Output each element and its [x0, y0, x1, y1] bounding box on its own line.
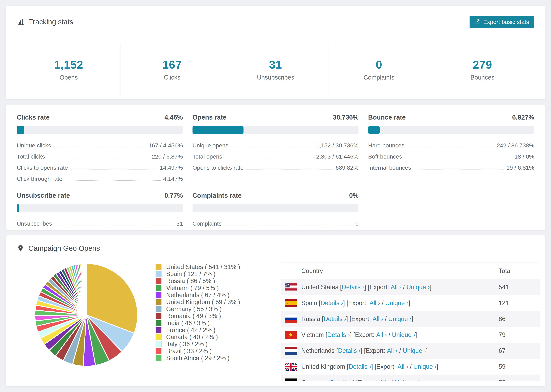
- rate-percent: 6.927%: [512, 114, 534, 121]
- details-link[interactable]: Details ›: [349, 363, 371, 370]
- details-link[interactable]: Details ›: [320, 300, 343, 307]
- detail-label: Internal bounces: [368, 164, 411, 171]
- detail-value: 4.147%: [163, 175, 183, 182]
- export-all-link[interactable]: All ›: [391, 284, 401, 291]
- bracket: [: [324, 331, 327, 338]
- export-unique-link[interactable]: Unique ›: [395, 379, 418, 381]
- detail-row-opens-to-clicks-rate: Opens to clicks rate689.82%: [192, 162, 359, 173]
- country-name: Russia: [301, 315, 320, 322]
- dotted-leader: [414, 169, 504, 169]
- details-link[interactable]: Details ›: [327, 331, 350, 338]
- legend-label: United States ( 541 / 31% ): [166, 263, 240, 271]
- legend-swatch: [155, 285, 162, 291]
- legend-swatch: [155, 327, 162, 333]
- details-link[interactable]: Details ›: [324, 315, 346, 322]
- geo-table: Country Total United States [Details ›] …: [281, 263, 540, 381]
- separator: /: [408, 363, 413, 370]
- legend-label: India ( 46 / 3% ): [166, 320, 210, 327]
- details-link[interactable]: Details ›: [342, 284, 364, 291]
- details-link[interactable]: Details ›: [330, 379, 353, 381]
- detail-value: 242 / 86.738%: [497, 142, 534, 149]
- bracket: [: [320, 315, 324, 322]
- export-all-link[interactable]: All ›: [376, 331, 387, 338]
- bracket: ] [Export:: [343, 300, 369, 307]
- tracking-stats-title: Tracking stats: [17, 18, 73, 26]
- dotted-leader: [65, 180, 161, 181]
- legend-item-brazil: Brazil ( 33 / 2% ): [155, 348, 265, 355]
- rate-title: Unsubscribe rate: [17, 192, 70, 199]
- stat-opens: 1,152Opens: [17, 43, 120, 96]
- detail-label: Hard bounces: [368, 142, 404, 149]
- country-cell: Netherlands [Details ›] [Export: All › /…: [281, 347, 499, 355]
- map-pin-icon: [17, 245, 24, 252]
- rate-percent: 0%: [349, 192, 359, 199]
- stat-label: Unsubscribes: [224, 74, 327, 81]
- geo-header: Campaign Geo Opens: [6, 235, 545, 259]
- detail-label: Opens to clicks rate: [192, 164, 244, 171]
- legend-item-spain: Spain ( 121 / 7% ): [155, 270, 265, 277]
- export-basic-stats-button[interactable]: Export basic stats: [470, 16, 534, 28]
- flag-germany-icon: [285, 378, 297, 381]
- export-all-link[interactable]: All ›: [369, 300, 380, 307]
- export-all-link[interactable]: All ›: [373, 315, 383, 322]
- export-unique-link[interactable]: Unique ›: [406, 284, 430, 291]
- rate-percent: 0.77%: [164, 192, 183, 199]
- rates-grid: Clicks rate4.46%Unique clicks167 / 4.456…: [17, 114, 534, 229]
- legend-label: Brazil ( 33 / 2% ): [166, 348, 212, 355]
- bracket: ]: [415, 331, 417, 338]
- details-link[interactable]: Details ›: [338, 347, 360, 354]
- country-name: United States: [301, 284, 338, 291]
- tracking-stats-card: Tracking stats Export basic stats 1,152O…: [6, 6, 545, 99]
- legend-label: Spain ( 121 / 7% ): [166, 270, 215, 278]
- legend-swatch: [155, 355, 162, 361]
- rate-head: Clicks rate4.46%: [17, 114, 183, 121]
- separator: /: [397, 347, 403, 354]
- export-all-link[interactable]: All ›: [397, 363, 408, 370]
- legend-item-romania: Romania ( 49 / 3% ): [155, 313, 265, 320]
- geo-pie-chart: [33, 262, 139, 369]
- bar-chart-icon: [17, 18, 25, 26]
- rate-head: Unsubscribe rate0.77%: [17, 192, 183, 199]
- country-cell: United States [Details ›] [Export: All ›…: [281, 283, 499, 291]
- bracket: ]: [437, 363, 438, 370]
- export-unique-link[interactable]: Unique ›: [403, 347, 426, 354]
- dotted-leader: [225, 158, 314, 158]
- export-all-link[interactable]: All ›: [387, 347, 397, 354]
- export-icon: [475, 18, 480, 26]
- rate-percent: 30.736%: [333, 114, 359, 121]
- separator: /: [390, 379, 395, 381]
- rate-block-bounce-rate: Bounce rate6.927%Hard bounces242 / 86.73…: [368, 114, 534, 184]
- country-cell: United Kingdom [Details ›] [Export: All …: [281, 363, 499, 371]
- country-cell: Spain [Details ›] [Export: All › / Uniqu…: [281, 299, 499, 307]
- rate-head: Bounce rate6.927%: [368, 114, 534, 121]
- legend-label: South Africa ( 29 / 2% ): [166, 355, 229, 362]
- legend-label: France ( 42 / 2% ): [166, 327, 215, 334]
- legend-item-united-states: United States ( 541 / 31% ): [155, 263, 265, 270]
- detail-row-unique-opens: Unique opens1,152 / 30.736%: [192, 140, 359, 151]
- bracket: ]: [426, 347, 428, 354]
- export-all-link[interactable]: All ›: [379, 379, 390, 381]
- legend-label: Netherlands ( 67 / 4% ): [166, 291, 229, 299]
- geo-legend: United States ( 541 / 31% )Spain ( 121 /…: [155, 263, 265, 362]
- bracket: [: [327, 379, 330, 381]
- bracket: ]: [411, 315, 413, 322]
- bracket: ] [Export:: [364, 284, 391, 291]
- separator: /: [383, 315, 388, 322]
- legend-item-south-africa: South Africa ( 29 / 2% ): [155, 355, 265, 362]
- bracket: ] [Export:: [353, 379, 379, 381]
- country-name: Netherlands: [301, 347, 335, 354]
- detail-row-clicks-to-opens-rate: Clicks to opens rate14.497%: [17, 162, 183, 173]
- detail-value: 0: [355, 220, 359, 227]
- export-unique-link[interactable]: Unique ›: [413, 363, 437, 370]
- bracket: [: [338, 284, 342, 291]
- dotted-leader: [404, 158, 512, 158]
- export-unique-link[interactable]: Unique ›: [392, 331, 415, 338]
- geo-table-row-united-kingdom: United Kingdom [Details ›] [Export: All …: [281, 359, 540, 375]
- export-unique-link[interactable]: Unique ›: [388, 315, 411, 322]
- export-unique-link[interactable]: Unique ›: [385, 300, 409, 307]
- progress-bar: [192, 126, 359, 134]
- tracking-stats-header: Tracking stats Export basic stats: [6, 6, 545, 36]
- stat-label: Bounces: [431, 74, 534, 81]
- campaign-geo-opens-card: Campaign Geo Opens United States ( 541 /…: [6, 235, 545, 386]
- legend-swatch: [155, 299, 162, 305]
